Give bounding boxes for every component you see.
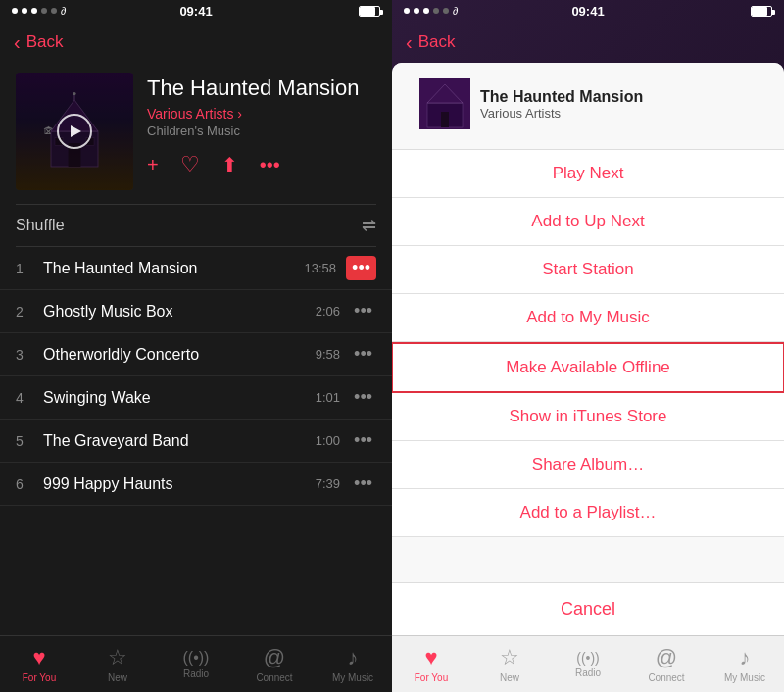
for-you-icon-right: ♥ — [424, 645, 437, 670]
shuffle-row[interactable]: Shuffle ⇌ — [0, 205, 392, 246]
track-duration-1: 13:58 — [305, 261, 337, 275]
battery-icon-left — [359, 6, 380, 17]
tab-radio-left[interactable]: ((•)) Radio — [157, 649, 235, 679]
signal-dot-r1 — [404, 8, 410, 14]
menu-item-add-playlist[interactable]: Add to a Playlist… — [392, 489, 784, 537]
add-button[interactable]: + — [147, 154, 159, 176]
signal-area-right: ∂ — [404, 5, 458, 17]
menu-item-share-album[interactable]: Share Album… — [392, 441, 784, 489]
connect-label-left: Connect — [256, 672, 292, 683]
new-icon-right: ☆ — [500, 645, 519, 670]
battery-area-right — [751, 6, 772, 17]
new-label-left: New — [108, 672, 127, 683]
signal-dot-r3 — [423, 8, 429, 14]
menu-item-add-up-next[interactable]: Add to Up Next — [392, 198, 784, 246]
tab-bar-left: ♥ For You ☆ New ((•)) Radio @ Connect ♪ … — [0, 635, 392, 692]
signal-dot-4 — [41, 8, 47, 14]
tab-my-music-right[interactable]: ♪ My Music — [706, 645, 784, 683]
track-row-4[interactable]: 4 Swinging Wake 1:01 ••• — [0, 376, 392, 420]
track-name-4: Swinging Wake — [35, 389, 316, 407]
connect-icon-right: @ — [656, 645, 677, 670]
track-row-1[interactable]: 1 The Haunted Mansion 13:58 ••• — [0, 247, 392, 290]
wifi-icon: ∂ — [61, 5, 66, 17]
album-header-title: The Haunted Mansion — [480, 88, 757, 106]
tab-new-right[interactable]: ☆ New — [470, 645, 549, 683]
album-section: 🏚 The Haunted Mansion Various Ar — [0, 63, 392, 204]
album-header-row: The Haunted Mansion Various Artists — [406, 74, 770, 139]
my-music-icon-left: ♪ — [348, 645, 359, 670]
heart-button[interactable]: ♡ — [180, 152, 200, 177]
battery-fill-right — [752, 7, 767, 16]
share-button[interactable]: ⬆ — [221, 153, 238, 176]
play-triangle-left — [71, 125, 81, 137]
track-num-1: 1 — [16, 261, 35, 276]
signal-dot-2 — [22, 8, 27, 14]
back-button-left[interactable]: ‹ Back — [14, 31, 63, 54]
back-button-right[interactable]: ‹ Back — [406, 31, 455, 54]
wifi-icon-right: ∂ — [453, 5, 458, 17]
context-menu: The Haunted Mansion Various Artists Play… — [392, 63, 784, 635]
tab-connect-right[interactable]: @ Connect — [627, 645, 706, 683]
track-row-5[interactable]: 5 The Graveyard Band 1:00 ••• — [0, 420, 392, 463]
track-duration-5: 1:00 — [316, 433, 340, 448]
status-bar-right: ∂ 09:41 — [392, 0, 784, 22]
menu-item-play-next[interactable]: Play Next — [392, 150, 784, 198]
cancel-button[interactable]: Cancel — [392, 582, 784, 635]
tab-bar-right: ♥ For You ☆ New ((•)) Radio @ Connect ♪ … — [392, 635, 784, 692]
track-more-2[interactable]: ••• — [350, 299, 376, 323]
album-title: The Haunted Mansion — [147, 76, 376, 100]
status-time-left: 09:41 — [179, 4, 212, 19]
status-bar-left: ∂ 09:41 — [0, 0, 392, 22]
signal-dot-r2 — [414, 8, 419, 14]
tab-my-music-left[interactable]: ♪ My Music — [314, 645, 392, 683]
album-art-overlay — [16, 73, 133, 190]
new-icon-left: ☆ — [108, 645, 127, 670]
tab-for-you-left[interactable]: ♥ For You — [0, 645, 78, 683]
album-art-left[interactable]: 🏚 — [16, 73, 133, 190]
album-thumb-small — [419, 78, 470, 129]
track-num-2: 2 — [16, 304, 35, 320]
menu-item-add-my-music[interactable]: Add to My Music — [392, 294, 784, 342]
track-more-5[interactable]: ••• — [350, 428, 376, 453]
radio-icon-left: ((•)) — [183, 649, 210, 667]
menu-item-start-station[interactable]: Start Station — [392, 246, 784, 294]
svg-rect-11 — [441, 112, 449, 127]
tab-connect-left[interactable]: @ Connect — [235, 645, 314, 683]
track-more-6[interactable]: ••• — [350, 471, 376, 496]
track-more-1[interactable]: ••• — [346, 256, 376, 280]
track-list: 1 The Haunted Mansion 13:58 ••• 2 Ghostl… — [0, 247, 392, 635]
album-genre: Children's Music — [147, 124, 376, 138]
track-num-6: 6 — [16, 476, 35, 492]
menu-item-add-up-next-label: Add to Up Next — [531, 212, 644, 230]
nav-bar-left: ‹ Back — [0, 22, 392, 63]
tab-new-left[interactable]: ☆ New — [78, 645, 157, 683]
track-duration-3: 9:58 — [316, 347, 340, 362]
menu-item-show-itunes-label: Show in iTunes Store — [510, 407, 667, 425]
album-header-artist: Various Artists — [480, 106, 757, 121]
tab-for-you-right[interactable]: ♥ For You — [392, 645, 470, 683]
track-more-3[interactable]: ••• — [350, 342, 376, 367]
track-name-1: The Haunted Mansion — [35, 260, 305, 277]
track-name-6: 999 Happy Haunts — [35, 475, 316, 493]
menu-item-offline[interactable]: Make Available Offline — [392, 342, 784, 393]
menu-item-show-itunes[interactable]: Show in iTunes Store — [392, 393, 784, 441]
shuffle-label: Shuffle — [16, 217, 65, 234]
signal-area: ∂ — [12, 5, 66, 17]
menu-item-offline-label: Make Available Offline — [506, 358, 670, 376]
track-duration-4: 1:01 — [316, 390, 340, 405]
radio-label-left: Radio — [183, 668, 209, 679]
track-row-6[interactable]: 6 999 Happy Haunts 7:39 ••• — [0, 463, 392, 506]
album-info: The Haunted Mansion Various Artists › Ch… — [147, 73, 376, 190]
shuffle-icon: ⇌ — [362, 215, 376, 236]
album-artist-link[interactable]: Various Artists › — [147, 106, 376, 122]
track-row-3[interactable]: 3 Otherworldly Concerto 9:58 ••• — [0, 333, 392, 376]
signal-dot-r4 — [433, 8, 439, 14]
tab-radio-right[interactable]: ((•)) Radio — [549, 650, 627, 678]
track-row-2[interactable]: 2 Ghostly Music Box 2:06 ••• — [0, 290, 392, 333]
play-button-left[interactable] — [57, 114, 92, 149]
track-more-4[interactable]: ••• — [350, 385, 376, 410]
album-thumb-svg — [419, 78, 470, 129]
track-name-2: Ghostly Music Box — [35, 303, 316, 321]
menu-item-share-album-label: Share Album… — [532, 455, 644, 473]
more-button-album[interactable]: ••• — [260, 154, 280, 176]
